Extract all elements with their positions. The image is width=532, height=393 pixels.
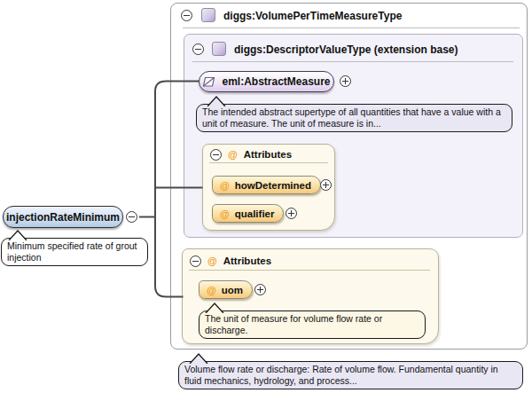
collapse-toggle-root[interactable] (181, 10, 192, 21)
extension-base-title: diggs:DescriptorValueType (extension bas… (234, 43, 458, 56)
collapse-toggle-element[interactable] (126, 211, 137, 223)
attribute-label: howDetermined (235, 180, 311, 191)
element-label: injectionRateMinimum (6, 211, 120, 224)
abstract-element-icon (202, 76, 215, 88)
collapse-toggle-attributes-2[interactable] (190, 255, 201, 267)
header-separator (189, 270, 430, 271)
uom-doc-note: The unit of measure for volume flow rate… (199, 310, 426, 339)
root-type-doc-note: Volume flow rate or discharge: Rate of v… (178, 361, 523, 389)
header-separator (192, 61, 513, 62)
attributes-group-1-title: Attributes (244, 149, 292, 160)
schema-diagram: diggs:VolumePerTimeMeasureType diggs:Des… (0, 0, 532, 393)
header-separator (183, 28, 520, 28)
callout-pointer (206, 96, 227, 106)
attribute-label: qualifier (235, 208, 275, 219)
callout-pointer (7, 230, 28, 240)
expand-toggle-qualifier[interactable] (286, 208, 297, 219)
complex-type-title: diggs:VolumePerTimeMeasureType (223, 10, 402, 22)
attribute-icon: @ (220, 208, 230, 219)
complex-type-icon (212, 42, 226, 56)
attribute-group-icon: @ (207, 255, 217, 266)
attribute-howdetermined[interactable]: @ howDetermined (212, 176, 321, 194)
abstract-measure-doc-note: The intended abstract supertype of all q… (196, 104, 512, 132)
header-separator (209, 162, 328, 163)
abstract-measure-label: eml:AbstractMeasure (222, 75, 330, 88)
collapse-toggle-attributes-1[interactable] (210, 149, 222, 161)
attribute-uom[interactable]: @ uom (199, 280, 253, 299)
injection-rate-minimum-element[interactable]: injectionRateMinimum (3, 206, 123, 228)
attribute-icon: @ (207, 285, 216, 295)
attribute-group-icon: @ (228, 149, 238, 160)
complex-type-icon (201, 8, 215, 22)
attribute-qualifier[interactable]: @ qualifier (212, 204, 284, 223)
attributes-group-2-title: Attributes (223, 255, 271, 266)
callout-pointer (188, 353, 209, 364)
expand-toggle-howdetermined[interactable] (320, 179, 332, 191)
element-doc-note: Minimum specified rate of grout injectio… (1, 238, 148, 266)
attribute-icon: @ (220, 180, 230, 191)
expand-toggle-abstract-measure[interactable] (340, 75, 351, 87)
callout-pointer (204, 303, 225, 313)
expand-toggle-uom[interactable] (254, 284, 266, 295)
collapse-toggle-base[interactable] (192, 43, 204, 55)
abstract-measure-element[interactable]: eml:AbstractMeasure (199, 71, 334, 92)
attribute-label: uom (222, 285, 243, 295)
